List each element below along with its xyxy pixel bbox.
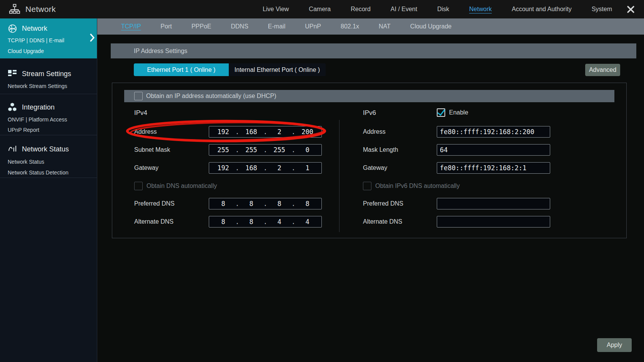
tab-cloud-upgrade[interactable]: Cloud Upgrade — [410, 23, 452, 30]
tabbar: TCP/IP Port PPPoE DDNS E-mail UPnP 802.1… — [97, 18, 644, 35]
sidebar-section-integration[interactable]: Integration ONVIF | Platform Access UPnP… — [0, 94, 97, 135]
column-divider — [339, 120, 339, 232]
page-title: Network — [25, 5, 56, 14]
nav-record[interactable]: Record — [351, 6, 371, 13]
sidebar-link-network-status-detection[interactable]: Network Status Detection — [7, 169, 97, 176]
app-brand: Network — [0, 3, 56, 15]
octet-1: 255 — [209, 144, 237, 155]
main-content: IP Address Settings Ethernet Port 1 ( On… — [97, 35, 644, 362]
nav-account-authority[interactable]: Account and Authority — [512, 6, 572, 13]
nav-system[interactable]: System — [592, 6, 612, 13]
close-icon[interactable] — [627, 5, 635, 13]
sidebar-title-stream-settings: Stream Settings — [22, 70, 71, 78]
octet-4: 4 — [293, 216, 321, 227]
ipv4-gateway-input[interactable]: 192 . 168 . 2 . 1 — [209, 162, 322, 174]
sidebar-title-integration: Integration — [22, 103, 55, 111]
ipv4-gateway-label: Gateway — [134, 162, 158, 174]
octet-2: 8 — [237, 216, 265, 227]
sidebar-section-network[interactable]: Network TCP/IP | DDNS | E-mail Cloud Upg… — [0, 18, 97, 58]
topbar: Network Live View Camera Record AI / Eve… — [0, 0, 644, 18]
dhcp-label: Obtain an IP address automatically (use … — [146, 93, 276, 100]
ipv4-subnet-input[interactable]: 255 . 255 . 255 . 0 — [209, 144, 322, 156]
dhcp-checkbox[interactable] — [134, 92, 143, 100]
ipv6-dns-auto-label: Obtain IPv6 DNS automatically — [375, 183, 460, 189]
cubes-icon — [7, 102, 18, 112]
ipv4-preferred-dns-input[interactable]: 8 . 8 . 8 . 8 — [209, 198, 322, 209]
ipv6-address-label: Address — [363, 126, 386, 138]
octet-4: 0 — [293, 144, 321, 155]
tab-ddns[interactable]: DDNS — [231, 23, 248, 30]
tab-tcpip[interactable]: TCP/IP — [121, 23, 141, 30]
nav-live-view[interactable]: Live View — [263, 6, 289, 13]
ipv4-address-input[interactable]: 192 . 168 . 2 . 200 — [209, 126, 322, 138]
octet-3: 2 — [265, 163, 293, 173]
sidebar-section-stream-settings[interactable]: Stream Settings Network Stream Settings — [0, 58, 97, 94]
advanced-button[interactable]: Advanced — [585, 64, 620, 76]
octet-1: 192 — [209, 126, 237, 137]
ipv4-heading: IPv4 — [134, 109, 147, 117]
ipv6-enable-checkbox[interactable] — [437, 108, 445, 117]
octet-2: 8 — [237, 198, 265, 209]
tab-upnp[interactable]: UPnP — [305, 23, 321, 30]
octet-2: 255 — [237, 144, 265, 155]
top-navigation: Live View Camera Record AI / Event Disk … — [263, 6, 612, 13]
ipv6-heading: IPv6 — [363, 109, 376, 117]
tab-port[interactable]: Port — [161, 23, 172, 30]
ipv6-dns-auto-row: Obtain IPv6 DNS automatically — [363, 180, 460, 192]
sidebar-link-cloud-upgrade[interactable]: Cloud Upgrade — [7, 48, 97, 54]
ipv6-alternate-dns-input[interactable] — [437, 216, 550, 227]
ethernet-port-1-button[interactable]: Ethernet Port 1 ( Online ) — [134, 63, 229, 76]
chevron-right-icon — [89, 33, 95, 44]
nav-ai-event[interactable]: AI / Event — [391, 6, 417, 13]
ipv4-alternate-dns-label: Alternate DNS — [134, 216, 173, 227]
nav-network[interactable]: Network — [469, 6, 492, 13]
screen: Network Live View Camera Record AI / Eve… — [0, 0, 644, 362]
octet-4: 1 — [293, 163, 321, 173]
octet-3: 255 — [265, 144, 293, 155]
tab-nat[interactable]: NAT — [379, 23, 391, 30]
ipv6-preferred-dns-input[interactable] — [437, 198, 550, 209]
octet-4: 200 — [293, 126, 321, 137]
sidebar-link-network-stream-settings[interactable]: Network Stream Settings — [7, 83, 97, 89]
nav-camera[interactable]: Camera — [309, 6, 331, 13]
sitemap-icon — [9, 3, 20, 15]
ipv6-alternate-dns-label: Alternate DNS — [363, 216, 402, 227]
tab-email[interactable]: E-mail — [268, 23, 285, 30]
tab-pppoe[interactable]: PPPoE — [191, 23, 211, 30]
octet-1: 8 — [209, 216, 237, 227]
ipv6-address-input[interactable]: fe80::ffff:192:168:2:200 — [437, 126, 550, 138]
octet-2: 168 — [237, 163, 265, 173]
bar-chart-icon — [7, 144, 18, 154]
sidebar: Network TCP/IP | DDNS | E-mail Cloud Upg… — [0, 18, 97, 362]
ipv4-dns-auto-label: Obtain DNS automatically — [146, 183, 217, 189]
ipv6-mask-length-label: Mask Length — [363, 144, 398, 156]
dhcp-row: Obtain an IP address automatically (use … — [124, 90, 614, 102]
tab-8021x[interactable]: 802.1x — [341, 23, 359, 30]
octet-3: 8 — [265, 198, 293, 209]
ipv6-gateway-input[interactable]: fe80::ffff:192:168:2:1 — [437, 162, 550, 174]
ipv6-enable-row: Enable — [437, 107, 468, 118]
octet-3: 2 — [265, 126, 293, 137]
ipv4-alternate-dns-input[interactable]: 8 . 8 . 4 . 4 — [209, 216, 322, 227]
ipv6-preferred-dns-label: Preferred DNS — [363, 198, 403, 209]
sidebar-section-network-status[interactable]: Network Status Network Status Network St… — [0, 135, 97, 178]
ipv6-dns-auto-checkbox[interactable] — [363, 182, 371, 190]
sidebar-link-network-status[interactable]: Network Status — [7, 159, 97, 165]
octet-1: 8 — [209, 198, 237, 209]
section-header: IP Address Settings — [111, 43, 636, 58]
ipv4-dns-auto-row: Obtain DNS automatically — [134, 180, 217, 192]
ipv4-subnet-label: Subnet Mask — [134, 144, 170, 156]
sidebar-title-network: Network — [22, 25, 47, 33]
octet-4: 8 — [293, 198, 321, 209]
octet-1: 192 — [209, 163, 237, 173]
sidebar-link-onvif-platform-access[interactable]: ONVIF | Platform Access — [7, 116, 97, 123]
internal-ethernet-port-button[interactable]: Internal Ethernet Port ( Online ) — [229, 63, 326, 76]
ipv4-dns-auto-checkbox[interactable] — [134, 182, 143, 190]
sidebar-link-tcpip-ddns-email[interactable]: TCP/IP | DDNS | E-mail — [7, 37, 97, 43]
tiles-icon — [7, 69, 18, 78]
ipv6-mask-length-input[interactable]: 64 — [437, 144, 550, 156]
apply-button[interactable]: Apply — [597, 338, 632, 352]
nav-disk[interactable]: Disk — [437, 6, 449, 13]
ipv6-enable-label: Enable — [449, 109, 468, 116]
sidebar-link-upnp-report[interactable]: UPnP Report — [7, 127, 97, 133]
